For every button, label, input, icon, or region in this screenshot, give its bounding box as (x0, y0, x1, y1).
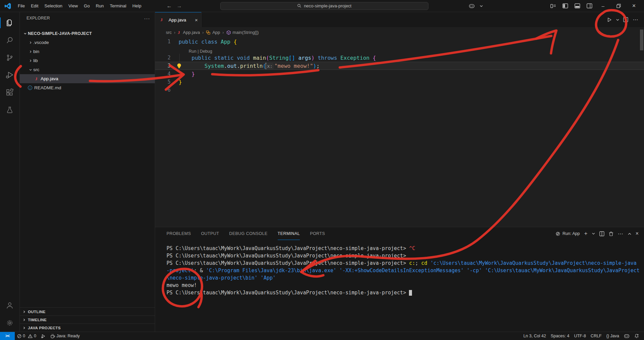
status-spaces-4[interactable]: Spaces: 4 (548, 332, 572, 340)
breadcrumb-src[interactable]: src (166, 30, 172, 35)
status-utf-8[interactable]: UTF-8 (572, 332, 588, 340)
status-bar: >< 0 0 Java: Ready Ln 3, Col 42Spaces: 4… (0, 332, 644, 340)
window-close-button[interactable]: × (627, 0, 641, 12)
maximize-panel-icon[interactable] (628, 233, 631, 235)
activity-search-icon[interactable] (0, 32, 20, 49)
debug-status-icon[interactable] (39, 332, 48, 340)
menu-view[interactable]: View (65, 2, 81, 10)
breadcrumb-separator-icon: › (202, 30, 203, 35)
indent-guide (179, 70, 180, 78)
panel-tab-debug-console[interactable]: DEBUG CONSOLE (229, 227, 267, 240)
menu-selection[interactable]: Selection (41, 2, 65, 10)
tree-item--vscode[interactable]: .vscode (20, 38, 155, 47)
code-line-5[interactable]: 5} (155, 78, 644, 86)
status--java[interactable]: {} Java (604, 332, 622, 340)
copilot-icon[interactable] (467, 2, 477, 10)
code-line-4[interactable]: 4 } (155, 70, 644, 78)
status-ln-3-col-42[interactable]: Ln 3, Col 42 (521, 332, 548, 340)
title-bar: FileEditSelectionViewGoRunTerminalHelp ←… (0, 0, 644, 12)
file-tree: NECO-SIMPLE-JAVA-PROJECT.vscodebinlibsrc… (20, 29, 155, 92)
editor-more-actions-icon[interactable]: ⋯ (631, 15, 640, 24)
activity-source-control-icon[interactable] (0, 49, 20, 66)
panel-tab-output[interactable]: OUTPUT (201, 227, 219, 240)
tree-item-lib[interactable]: lib (20, 56, 155, 65)
activity-explorer-icon[interactable] (0, 14, 20, 32)
section-timeline[interactable]: TIMELINE (20, 315, 155, 324)
breadcrumb-app[interactable]: App (206, 30, 220, 35)
menu-terminal[interactable]: Terminal (107, 2, 129, 10)
explorer-more-actions-icon[interactable]: ··· (144, 15, 150, 21)
activity-settings-icon[interactable] (0, 314, 20, 332)
toggle-secondary-sidebar-icon[interactable] (584, 2, 594, 10)
explorer-title: EXPLORER (27, 16, 50, 20)
activity-run-and-debug-icon[interactable] (0, 66, 20, 84)
tree-item-readme-md[interactable]: iREADME.md (20, 83, 155, 92)
tree-item-src[interactable]: src (20, 65, 155, 74)
status-bar-right: Ln 3, Col 42Spaces: 4UTF-8CRLF{} Java (521, 332, 644, 340)
panel-more-actions-icon[interactable]: ⋯ (618, 231, 624, 237)
nav-forward-button[interactable]: → (177, 3, 182, 9)
run-java-button[interactable] (605, 15, 614, 24)
code-line-1[interactable]: 1public class App { (155, 38, 644, 46)
remote-indicator[interactable]: >< (0, 332, 15, 340)
terminal-run-label: Run: App (562, 231, 580, 236)
line-number: 3 (155, 63, 171, 69)
code-line-2[interactable]: 2 public static void main(String[] args)… (155, 54, 644, 62)
toggle-panel-icon[interactable] (572, 2, 582, 10)
menu-file[interactable]: File (15, 2, 28, 10)
nav-back-button[interactable]: ← (167, 3, 172, 9)
java-status-label: Java: Ready (56, 334, 80, 338)
activity-testing-icon[interactable] (0, 101, 20, 119)
menu-run[interactable]: Run (93, 2, 107, 10)
window-restore-button[interactable] (612, 0, 625, 12)
chevron-right-icon (28, 59, 33, 62)
command-center-search[interactable]: neco-simple-java-project (220, 2, 428, 10)
breadcrumb-label: main(String[]) (233, 30, 259, 35)
activity-extensions-icon[interactable] (0, 84, 20, 101)
code-text: } (171, 71, 195, 77)
java-status[interactable]: Java: Ready (48, 332, 82, 340)
codelens-run-debug[interactable]: Run | Debug (155, 46, 644, 54)
kill-terminal-icon[interactable] (609, 231, 613, 236)
panel-tab-problems[interactable]: PROBLEMS (167, 227, 191, 240)
lightbulb-icon[interactable] (177, 63, 181, 67)
window-minimize-button[interactable]: – (596, 0, 610, 12)
status-copilot-icon[interactable] (622, 332, 632, 340)
toggle-primary-sidebar-icon[interactable] (560, 2, 570, 10)
breadcrumb-main-string-[interactable]: main(String[]) (226, 30, 259, 35)
terminal-dropdown-chevron-icon[interactable] (592, 233, 595, 235)
tab-app-java[interactable]: J App.java × (155, 12, 201, 27)
close-panel-icon[interactable]: × (636, 231, 639, 237)
split-editor-icon[interactable] (621, 15, 630, 24)
activity-accounts-icon[interactable] (0, 297, 20, 314)
code-line-6[interactable]: 6 (155, 86, 644, 94)
breadcrumb-app-java[interactable]: JApp.java (178, 30, 200, 35)
tree-item-app-java[interactable]: JApp.java (20, 74, 155, 83)
section-java-projects[interactable]: JAVA PROJECTS (20, 324, 155, 332)
split-terminal-icon[interactable] (599, 231, 604, 236)
warnings-count: 0 (34, 334, 36, 338)
code-line-3[interactable]: 3 System.out.println(x:"mewo meow!"); (155, 62, 644, 70)
terminal[interactable]: PS C:\Users\tauac\MyWork\JavaQuarkusStud… (155, 240, 644, 296)
panel-tabs: PROBLEMSOUTPUTDEBUG CONSOLETERMINALPORTS (167, 227, 325, 240)
tree-item-bin[interactable]: bin (20, 47, 155, 56)
menu-go[interactable]: Go (81, 2, 93, 10)
panel-tab-ports[interactable]: PORTS (310, 227, 325, 240)
tree-item-label: App.java (41, 76, 58, 81)
copilot-dropdown-chevron-icon[interactable] (479, 2, 484, 10)
code-editor[interactable]: 1public class App {Run | Debug2 public s… (155, 38, 644, 227)
notifications-bell-icon[interactable] (632, 332, 641, 340)
status-crlf[interactable]: CRLF (588, 332, 604, 340)
editor-scrollbar[interactable] (640, 30, 643, 50)
menu-edit[interactable]: Edit (28, 2, 41, 10)
menu-help[interactable]: Help (129, 2, 144, 10)
tab-close-icon[interactable]: × (195, 17, 198, 23)
tree-item-project-root[interactable]: NECO-SIMPLE-JAVA-PROJECT (20, 29, 155, 38)
customize-layout-icon[interactable] (548, 2, 558, 10)
terminal-instance-label[interactable]: Run: App (555, 231, 580, 236)
problems-status[interactable]: 0 0 (15, 332, 39, 340)
run-dropdown-chevron-icon[interactable] (615, 15, 620, 24)
panel-tab-terminal[interactable]: TERMINAL (278, 227, 300, 240)
section-outline[interactable]: OUTLINE (20, 307, 155, 315)
new-terminal-icon[interactable]: + (584, 230, 588, 237)
